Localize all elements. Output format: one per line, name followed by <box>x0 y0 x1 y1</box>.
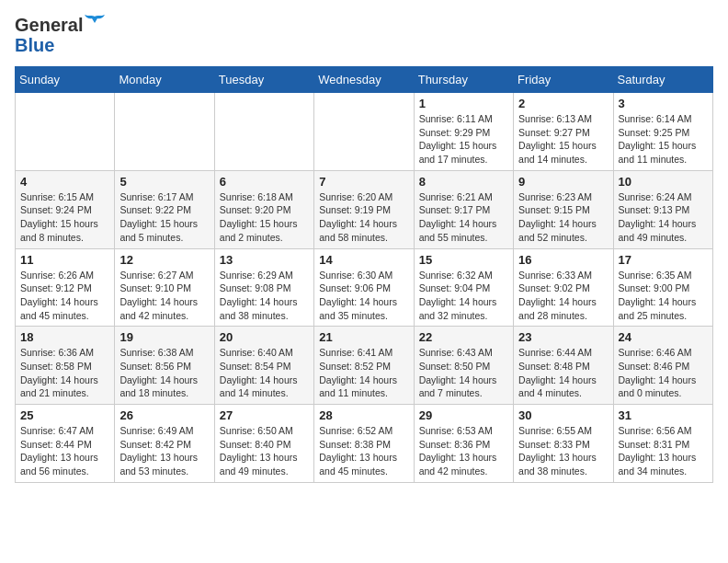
day-info: Sunrise: 6:53 AM Sunset: 8:36 PM Dayligh… <box>419 424 508 478</box>
day-number: 17 <box>619 253 708 267</box>
day-number: 22 <box>419 330 508 344</box>
day-cell <box>314 93 414 171</box>
day-cell: 29Sunrise: 6:53 AM Sunset: 8:36 PM Dayli… <box>414 405 513 483</box>
day-info: Sunrise: 6:13 AM Sunset: 9:27 PM Dayligh… <box>518 112 608 167</box>
day-number: 28 <box>319 408 408 422</box>
day-info: Sunrise: 6:41 AM Sunset: 8:52 PM Dayligh… <box>319 346 408 400</box>
logo-bird-icon <box>85 15 105 31</box>
day-cell: 16Sunrise: 6:33 AM Sunset: 9:02 PM Dayli… <box>514 248 613 327</box>
day-header-saturday: Saturday <box>613 67 712 93</box>
day-info: Sunrise: 6:49 AM Sunset: 8:42 PM Dayligh… <box>119 424 209 478</box>
day-number: 31 <box>619 408 708 422</box>
day-number: 26 <box>119 408 209 422</box>
day-cell: 2Sunrise: 6:13 AM Sunset: 9:27 PM Daylig… <box>514 93 613 171</box>
day-info: Sunrise: 6:55 AM Sunset: 8:33 PM Dayligh… <box>518 424 608 478</box>
day-cell: 26Sunrise: 6:49 AM Sunset: 8:42 PM Dayli… <box>115 405 214 483</box>
day-cell: 9Sunrise: 6:23 AM Sunset: 9:15 PM Daylig… <box>514 170 613 248</box>
day-header-friday: Friday <box>514 67 613 93</box>
day-number: 6 <box>220 175 309 189</box>
calendar-table: SundayMondayTuesdayWednesdayThursdayFrid… <box>15 66 713 483</box>
day-info: Sunrise: 6:14 AM Sunset: 9:25 PM Dayligh… <box>619 112 708 167</box>
day-number: 9 <box>518 175 608 189</box>
day-cell: 10Sunrise: 6:24 AM Sunset: 9:13 PM Dayli… <box>613 170 712 248</box>
day-cell: 30Sunrise: 6:55 AM Sunset: 8:33 PM Dayli… <box>514 405 613 483</box>
day-cell: 31Sunrise: 6:56 AM Sunset: 8:31 PM Dayli… <box>613 405 712 483</box>
day-header-tuesday: Tuesday <box>214 67 313 93</box>
day-cell: 21Sunrise: 6:41 AM Sunset: 8:52 PM Dayli… <box>314 327 414 405</box>
day-info: Sunrise: 6:21 AM Sunset: 9:17 PM Dayligh… <box>419 190 508 245</box>
day-info: Sunrise: 6:32 AM Sunset: 9:04 PM Dayligh… <box>419 269 508 323</box>
week-row-1: 1Sunrise: 6:11 AM Sunset: 9:29 PM Daylig… <box>16 93 713 171</box>
day-number: 7 <box>319 175 408 189</box>
day-number: 15 <box>419 253 508 267</box>
day-info: Sunrise: 6:43 AM Sunset: 8:50 PM Dayligh… <box>419 346 508 400</box>
day-cell: 3Sunrise: 6:14 AM Sunset: 9:25 PM Daylig… <box>613 93 712 171</box>
day-cell: 22Sunrise: 6:43 AM Sunset: 8:50 PM Dayli… <box>414 327 513 405</box>
day-number: 14 <box>319 253 408 267</box>
day-info: Sunrise: 6:18 AM Sunset: 9:20 PM Dayligh… <box>220 190 309 245</box>
day-number: 13 <box>220 253 309 267</box>
day-number: 4 <box>20 175 109 189</box>
day-cell: 18Sunrise: 6:36 AM Sunset: 8:58 PM Dayli… <box>16 327 115 405</box>
day-number: 30 <box>518 408 608 422</box>
day-number: 19 <box>119 330 209 344</box>
day-info: Sunrise: 6:38 AM Sunset: 8:56 PM Dayligh… <box>119 346 209 400</box>
day-cell: 4Sunrise: 6:15 AM Sunset: 9:24 PM Daylig… <box>16 170 115 248</box>
week-row-5: 25Sunrise: 6:47 AM Sunset: 8:44 PM Dayli… <box>16 405 713 483</box>
day-info: Sunrise: 6:11 AM Sunset: 9:29 PM Dayligh… <box>419 112 508 167</box>
day-info: Sunrise: 6:29 AM Sunset: 9:08 PM Dayligh… <box>220 269 309 323</box>
day-number: 12 <box>119 253 209 267</box>
day-info: Sunrise: 6:33 AM Sunset: 9:02 PM Dayligh… <box>518 269 608 323</box>
day-headers-row: SundayMondayTuesdayWednesdayThursdayFrid… <box>16 67 713 93</box>
day-cell: 15Sunrise: 6:32 AM Sunset: 9:04 PM Dayli… <box>414 248 513 327</box>
day-header-sunday: Sunday <box>16 67 115 93</box>
day-header-monday: Monday <box>115 67 214 93</box>
day-cell: 17Sunrise: 6:35 AM Sunset: 9:00 PM Dayli… <box>613 248 712 327</box>
day-number: 25 <box>20 408 109 422</box>
day-number: 2 <box>518 97 608 110</box>
day-number: 8 <box>419 175 508 189</box>
day-info: Sunrise: 6:27 AM Sunset: 9:10 PM Dayligh… <box>119 269 209 323</box>
day-number: 16 <box>518 253 608 267</box>
logo-general: General <box>15 15 83 35</box>
day-cell: 27Sunrise: 6:50 AM Sunset: 8:40 PM Dayli… <box>214 405 313 483</box>
day-number: 18 <box>20 330 109 344</box>
day-cell: 12Sunrise: 6:27 AM Sunset: 9:10 PM Dayli… <box>115 248 214 327</box>
day-info: Sunrise: 6:30 AM Sunset: 9:06 PM Dayligh… <box>319 269 408 323</box>
day-number: 24 <box>619 330 708 344</box>
day-cell: 25Sunrise: 6:47 AM Sunset: 8:44 PM Dayli… <box>16 405 115 483</box>
day-number: 5 <box>119 175 209 189</box>
logo: General Blue <box>15 15 105 55</box>
day-info: Sunrise: 6:17 AM Sunset: 9:22 PM Dayligh… <box>119 190 209 245</box>
day-cell <box>115 93 214 171</box>
day-info: Sunrise: 6:15 AM Sunset: 9:24 PM Dayligh… <box>20 190 109 245</box>
day-info: Sunrise: 6:40 AM Sunset: 8:54 PM Dayligh… <box>220 346 309 400</box>
day-number: 23 <box>518 330 608 344</box>
day-cell: 20Sunrise: 6:40 AM Sunset: 8:54 PM Dayli… <box>214 327 313 405</box>
day-cell: 23Sunrise: 6:44 AM Sunset: 8:48 PM Dayli… <box>514 327 613 405</box>
header: General Blue <box>15 15 713 55</box>
day-header-wednesday: Wednesday <box>314 67 414 93</box>
day-header-thursday: Thursday <box>414 67 513 93</box>
logo-wrapper: General Blue <box>15 15 105 55</box>
day-cell <box>16 93 115 171</box>
day-number: 11 <box>20 253 109 267</box>
day-number: 20 <box>220 330 309 344</box>
day-number: 10 <box>619 175 708 189</box>
logo-blue: Blue <box>15 35 54 55</box>
day-cell: 19Sunrise: 6:38 AM Sunset: 8:56 PM Dayli… <box>115 327 214 405</box>
day-number: 29 <box>419 408 508 422</box>
day-cell: 13Sunrise: 6:29 AM Sunset: 9:08 PM Dayli… <box>214 248 313 327</box>
day-cell: 14Sunrise: 6:30 AM Sunset: 9:06 PM Dayli… <box>314 248 414 327</box>
day-info: Sunrise: 6:47 AM Sunset: 8:44 PM Dayligh… <box>20 424 109 478</box>
day-info: Sunrise: 6:20 AM Sunset: 9:19 PM Dayligh… <box>319 190 408 245</box>
day-cell: 11Sunrise: 6:26 AM Sunset: 9:12 PM Dayli… <box>16 248 115 327</box>
day-cell: 7Sunrise: 6:20 AM Sunset: 9:19 PM Daylig… <box>314 170 414 248</box>
day-cell: 8Sunrise: 6:21 AM Sunset: 9:17 PM Daylig… <box>414 170 513 248</box>
day-info: Sunrise: 6:24 AM Sunset: 9:13 PM Dayligh… <box>619 190 708 245</box>
day-number: 1 <box>419 97 508 110</box>
day-info: Sunrise: 6:36 AM Sunset: 8:58 PM Dayligh… <box>20 346 109 400</box>
day-info: Sunrise: 6:35 AM Sunset: 9:00 PM Dayligh… <box>619 269 708 323</box>
day-info: Sunrise: 6:50 AM Sunset: 8:40 PM Dayligh… <box>220 424 309 478</box>
day-info: Sunrise: 6:44 AM Sunset: 8:48 PM Dayligh… <box>518 346 608 400</box>
